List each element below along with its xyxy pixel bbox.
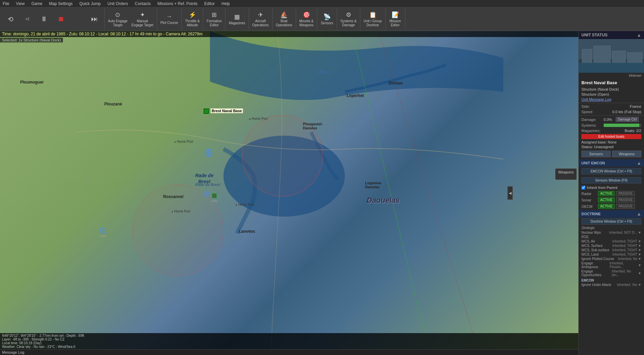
mounts-weapons-btn[interactable]: 🎯 Mounts &Weapons [297,10,316,28]
boat-ops-btn[interactable]: ⛵ BoatOperations [274,10,294,28]
damage-row: Damage: 0.0% Damage Ctrl [579,116,644,123]
ignore-attack-value: Inherited, Yes ▼ [617,283,641,287]
engage-opp-value: Inherited, No (en... ▼ [612,269,641,277]
magazines-btn[interactable]: ▦ Magazines [227,12,247,26]
divider-1 [579,103,644,103]
assigned-base-row: Assigned base: None [579,140,644,144]
inherit-checkbox[interactable] [581,186,585,190]
sensors-btn[interactable]: 📡 Sensors [319,12,335,26]
menu-file[interactable]: File [1,1,10,6]
message-log-bar[interactable]: Message Log [0,349,578,355]
wcs-surface-value: Inherited, TIGHT ▼ [612,244,641,248]
expand-panel-btn[interactable]: ◀ [507,186,513,200]
wcs-land-label: WCS, Land [581,253,599,256]
sensors-window-wrapper: Sensors Window (F9) [579,176,644,185]
wcs-air-row: WCS, Air Inherited, TIGHT ▼ [579,239,644,244]
coord-line1: N48°20'12", W4°28'15" - 2.77nm from sel … [2,334,576,337]
wcs-subsurface-row: WCS, Sub-surface Inherited, TIGHT ▼ [579,248,644,252]
stop-btn[interactable]: ⏹ [52,14,69,24]
plot-course-btn[interactable]: → Plot Course [158,12,180,26]
damage-ctrl-btn[interactable]: Damage Ctrl [616,117,639,122]
record-btn[interactable] [69,18,86,20]
menu-map-settings[interactable]: Map Settings [48,1,74,6]
sensors-panel-btn[interactable]: Sensors [581,151,611,157]
throttle-group: ⚡ Throttle &Altitude [182,8,203,30]
systems-damage-btn[interactable]: ⚙ Systems &Damage [338,10,359,28]
side-row: Side: France [579,104,644,109]
svg-rect-18 [594,46,611,63]
map-area[interactable]: Time: domingo, 21 de abril de 1985 - Zul… [0,31,578,355]
emcon-window-btn[interactable]: EMCON Window (Ctrl + F9) [581,168,641,174]
menu-game[interactable]: Game [30,1,44,6]
sonar-row: Sonar ACTIVE PASSIVE [579,197,644,203]
svg-rect-20 [627,53,642,63]
nuclear-dropdown-icon[interactable]: ▼ [638,231,641,234]
ignore-attack-dropdown[interactable]: ▼ [638,283,641,287]
menu-contacts[interactable]: Contacts [134,1,152,6]
speed-controls: ⟲ ×2 ⏸ ⏹ ⏭ [1,8,105,30]
stop-icon: ⏹ [58,15,64,23]
fast-forward-btn[interactable]: ⏭ [86,14,103,24]
manual-engage-btn[interactable]: ✦ ManualEngage Target [130,10,155,28]
menu-quick-jump[interactable]: Quick Jump [78,1,102,6]
mounts-weapons-label: Mounts &Weapons [299,19,314,27]
pause-btn[interactable]: ⏸ [36,14,52,24]
engage-group: ⊙ Auto EngageTarget ✦ ManualEngage Targe… [105,8,157,30]
edit-hosted-boats-btn[interactable]: Edit hosted boats [581,134,641,139]
damage-value: 0.0% [604,118,614,122]
menu-editor[interactable]: Editor [203,1,216,6]
auto-engage-icon: ⊙ [115,11,120,19]
plot-course-group: → Plot Course [157,8,182,30]
time-display: Time: domingo, 21 de abril de 1985 - Zul… [2,32,203,36]
wcs-air-label: WCS, Air [581,239,595,243]
mission-editor-label: MissionEditor [390,19,401,27]
wcs-sub-dropdown[interactable]: ▼ [638,248,641,252]
radar-passive-btn[interactable]: PASSIVE [616,191,635,196]
unit-emcon-collapse[interactable]: ▲ [637,160,641,166]
menu-help[interactable]: Help [220,1,231,6]
oecm-active-btn[interactable]: ACTIVE [598,204,615,209]
wcs-land-row: WCS, Land Inherited, TIGHT ▼ [579,252,644,257]
wcs-air-dropdown[interactable]: ▼ [638,239,641,243]
weapons-panel-btn[interactable]: Weapons [612,151,641,157]
throttle-btn[interactable]: ⚡ Throttle &Altitude [183,10,202,28]
engage-amb-dropdown[interactable]: ▼ [638,263,641,267]
wcs-surface-row: WCS, Surface Inherited, TIGHT ▼ [579,244,644,248]
formation-btn[interactable]: ⊞ FormationEditor [205,10,224,28]
wcs-land-value: Inherited, TIGHT ▼ [612,253,641,256]
emcon-window-wrapper: EMCON Window (Ctrl + F9) [579,167,644,176]
mission-editor-btn[interactable]: 📝 MissionEditor [387,10,404,28]
boat-ops-label: BoatOperations [276,19,292,27]
wcs-land-dropdown[interactable]: ▼ [638,253,641,256]
menu-view[interactable]: View [14,1,26,6]
aircraft-ops-btn[interactable]: ✈ AircraftOperations [250,10,271,28]
selected-label: Selected: [2,38,17,42]
unit-doctrine-btn[interactable]: 📋 Unit / GroupDoctrine [362,10,384,28]
formation-label: FormationEditor [207,19,222,27]
unit-status-collapse[interactable]: ▲ [637,32,641,38]
auto-engage-btn[interactable]: ⊙ Auto EngageTarget [106,10,130,28]
speed-back-btn[interactable]: ⟲ [2,14,19,24]
sonar-active-btn[interactable]: ACTIVE [598,197,615,202]
sensors-window-btn[interactable]: Sensors Window (F9) [581,177,641,184]
unit-message-log-link[interactable]: Unit Message Log [579,97,644,102]
svg-rect-17 [582,49,592,63]
oecm-passive-btn[interactable]: PASSIVE [616,204,635,209]
doctrine-collapse[interactable]: ▲ [637,211,641,217]
systems-damage-icon: ⚙ [346,11,351,19]
engage-opp-dropdown[interactable]: ▼ [638,271,641,275]
coord-bar: N48°20'12", W4°28'15" - 2.77nm from sel … [0,333,578,349]
radar-row: Radar ACTIVE PASSIVE [579,190,644,197]
menu-missions[interactable]: Missions + Ref. Points [156,1,199,6]
systems-damage-group: ⚙ Systems &Damage [337,8,360,30]
sonar-passive-btn[interactable]: PASSIVE [616,197,635,202]
doctrine-window-btn[interactable]: Doctrine Window (Ctrl + F9) [581,218,641,225]
roe-label: ROE [581,235,589,239]
speed-row: Speed: 0.0 kts (Full Stop) [579,109,644,115]
ignore-plotted-dropdown[interactable]: ▼ [638,257,641,261]
selection-bar: Selected: 1x Structure (Naval Dock) [0,38,63,42]
radar-active-btn[interactable]: ACTIVE [598,191,615,196]
coord-line2: Layer: -6ft to -30ft - Strength 0.22 - N… [2,337,576,341]
wcs-surface-dropdown[interactable]: ▼ [638,244,641,248]
menu-unit-orders[interactable]: Unit Orders [106,1,129,6]
